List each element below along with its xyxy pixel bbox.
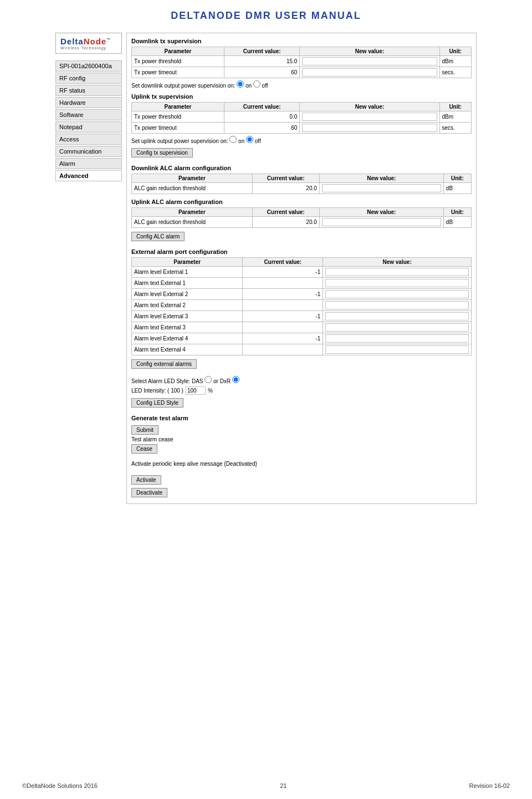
param-label: Tx power timeout bbox=[132, 67, 224, 78]
uplink-on-radio[interactable] bbox=[229, 136, 237, 143]
dxr-radio[interactable] bbox=[232, 376, 239, 383]
uplink-alc-table: Parameter Current value: New value: Unit… bbox=[131, 207, 472, 228]
new-value-cell bbox=[323, 344, 472, 355]
config-external-alarms-button[interactable]: Config external alarms bbox=[131, 359, 197, 369]
new-value-input[interactable] bbox=[302, 124, 437, 132]
col-param: Parameter bbox=[132, 174, 253, 183]
current-value: 60 bbox=[224, 67, 300, 78]
uplink-off-radio[interactable] bbox=[246, 136, 253, 143]
col-new: New value: bbox=[319, 174, 443, 183]
page-footer: ©DeltaNode Solutions 2016 21 Revision 16… bbox=[0, 782, 532, 789]
led-intensity-input[interactable] bbox=[186, 386, 206, 395]
new-value-input[interactable] bbox=[325, 323, 469, 332]
downlink-off-radio[interactable] bbox=[253, 80, 260, 88]
current-value: -1 bbox=[243, 267, 323, 278]
new-value-input[interactable] bbox=[325, 312, 469, 320]
table-row: Alarm text External 3 bbox=[132, 322, 472, 333]
led-intensity-row: LED Intensity: ( 100 ) % bbox=[131, 386, 472, 395]
param-label: Alarm level External 4 bbox=[132, 333, 243, 344]
table-row: Alarm level External 1 -1 bbox=[132, 267, 472, 278]
current-value: 0.0 bbox=[224, 111, 300, 123]
new-value-input[interactable] bbox=[302, 68, 437, 77]
current-value: 20.0 bbox=[252, 183, 319, 194]
col-new: New value: bbox=[300, 103, 439, 111]
submit-button[interactable]: Submit bbox=[131, 425, 158, 435]
new-value-input[interactable] bbox=[325, 301, 469, 309]
new-value-input[interactable] bbox=[325, 334, 469, 343]
footer-page-number: 21 bbox=[280, 782, 287, 789]
page-header: DELTANODE DMR USER MANUAL bbox=[0, 0, 532, 27]
param-label: Alarm text External 3 bbox=[132, 322, 243, 333]
param-label: ALC gain reduction threshold bbox=[132, 183, 253, 194]
unit-label: secs. bbox=[439, 67, 471, 78]
nav-item-hardware[interactable]: Hardware bbox=[55, 97, 122, 108]
test-alarm-section: Generate test alarm Submit Test alarm ce… bbox=[131, 415, 472, 455]
new-value-input[interactable] bbox=[325, 290, 469, 298]
current-value: -1 bbox=[243, 333, 323, 344]
cease-button[interactable]: Cease bbox=[131, 444, 157, 454]
config-led-style-button[interactable]: Config LED Style bbox=[131, 398, 183, 408]
nav-item-device[interactable]: SPI-001a2600400a bbox=[55, 60, 122, 72]
nav-item-software[interactable]: Software bbox=[55, 109, 122, 120]
new-value-cell bbox=[323, 322, 472, 333]
param-label: Alarm text External 1 bbox=[132, 278, 243, 289]
nav-item-access[interactable]: Access bbox=[55, 134, 122, 145]
led-style-row: Select Alarm LED Style: DAS or DxR bbox=[131, 376, 472, 384]
logo: DeltaNode™ Wireless Technology bbox=[55, 33, 122, 54]
table-row: Alarm level External 3 -1 bbox=[132, 311, 472, 322]
new-value-cell bbox=[323, 333, 472, 344]
led-intensity-label: LED Intensity: ( 100 ) bbox=[131, 388, 183, 394]
downlink-tx-title: Downlink tx supervision bbox=[131, 38, 472, 44]
downlink-alc-title: Downlink ALC alarm configuration bbox=[131, 165, 472, 171]
downlink-tx-table: Parameter Current value: New value: Unit… bbox=[131, 47, 472, 78]
new-value-cell bbox=[319, 217, 443, 228]
new-value-input[interactable] bbox=[302, 57, 437, 65]
unit-label: dB bbox=[443, 217, 471, 228]
new-value-cell bbox=[300, 123, 439, 134]
unit-label: dB bbox=[443, 183, 471, 194]
nav-item-alarm[interactable]: Alarm bbox=[55, 158, 122, 169]
new-value-cell bbox=[323, 278, 472, 289]
current-value bbox=[243, 278, 323, 289]
unit-label: dBm bbox=[439, 111, 471, 123]
col-current: Current value: bbox=[243, 258, 323, 267]
new-value-cell bbox=[300, 67, 439, 78]
new-value-input[interactable] bbox=[325, 279, 469, 287]
nav-item-communication[interactable]: Communication bbox=[55, 146, 122, 157]
table-row: Tx power threshold 0.0 dBm bbox=[132, 111, 472, 123]
param-label: ALC gain reduction threshold bbox=[132, 217, 253, 228]
col-new: New value: bbox=[319, 208, 443, 217]
new-value-input[interactable] bbox=[325, 268, 469, 276]
nav-item-notepad[interactable]: Notepad bbox=[55, 121, 122, 133]
new-value-cell bbox=[323, 267, 472, 278]
table-row: Alarm level External 2 -1 bbox=[132, 289, 472, 300]
new-value-cell bbox=[300, 111, 439, 123]
new-value-cell bbox=[323, 300, 472, 311]
col-param: Parameter bbox=[132, 258, 243, 267]
nav-item-rf-config[interactable]: RF config bbox=[55, 73, 122, 84]
new-value-input[interactable] bbox=[302, 113, 437, 121]
keep-alive-section: Activate periodic keep alive message {De… bbox=[131, 461, 472, 499]
deactivate-button[interactable]: Deactivate bbox=[131, 488, 167, 497]
col-param: Parameter bbox=[132, 47, 224, 56]
logo-node: Node bbox=[84, 37, 107, 46]
new-value-input[interactable] bbox=[325, 345, 469, 354]
nav-item-rf-status[interactable]: RF status bbox=[55, 85, 122, 96]
footer-copyright: ©DeltaNode Solutions 2016 bbox=[22, 782, 98, 789]
logo-subtitle: Wireless Technology bbox=[60, 46, 106, 50]
downlink-supervision-label: Set downlink output power supervision on… bbox=[131, 83, 235, 89]
new-value-cell bbox=[300, 56, 439, 67]
footer-revision: Revision 16-02 bbox=[469, 782, 510, 789]
nav-item-advanced[interactable]: Advanced bbox=[55, 170, 122, 181]
config-alc-alarm-button[interactable]: Config ALC alarm bbox=[131, 232, 185, 241]
uplink-supervision-label: Set uplink output power supervision on: bbox=[131, 138, 228, 144]
config-tx-supervision-button[interactable]: Config tx supervision bbox=[131, 148, 193, 157]
das-radio[interactable] bbox=[204, 376, 212, 383]
led-style-section: Select Alarm LED Style: DAS or DxR LED I… bbox=[131, 376, 472, 409]
downlink-on-radio[interactable] bbox=[237, 80, 244, 88]
nav-list: SPI-001a2600400a RF config RF status Har… bbox=[55, 60, 122, 181]
new-value-input[interactable] bbox=[322, 184, 441, 192]
col-current: Current value: bbox=[224, 103, 300, 111]
new-value-input[interactable] bbox=[322, 218, 441, 226]
activate-button[interactable]: Activate bbox=[131, 475, 161, 485]
